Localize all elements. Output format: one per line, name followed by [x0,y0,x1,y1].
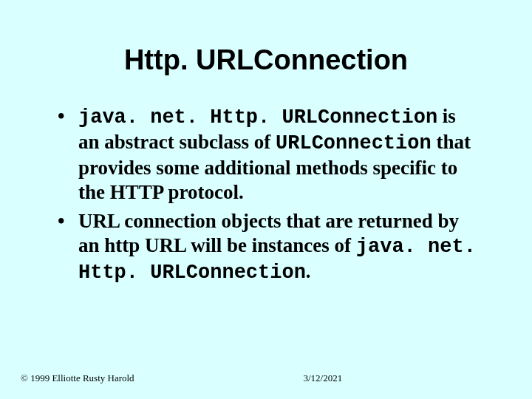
code-text: URLConnection [276,132,432,154]
code-text: java. net. Http. URLConnection [78,106,437,129]
slide-title: Http. URLConnection [44,44,488,76]
list-item: java. net. Http. URLConnection is an abs… [58,104,480,205]
slide: Http. URLConnection java. net. Http. URL… [0,0,532,399]
footer: © 1999 Elliotte Rusty Harold 3/12/2021 [0,372,532,384]
body-text: . [306,260,311,282]
list-item: URL connection objects that are returned… [58,209,480,285]
bullet-list: java. net. Http. URLConnection is an abs… [44,104,488,285]
copyright-text: © 1999 Elliotte Rusty Harold [21,372,134,384]
